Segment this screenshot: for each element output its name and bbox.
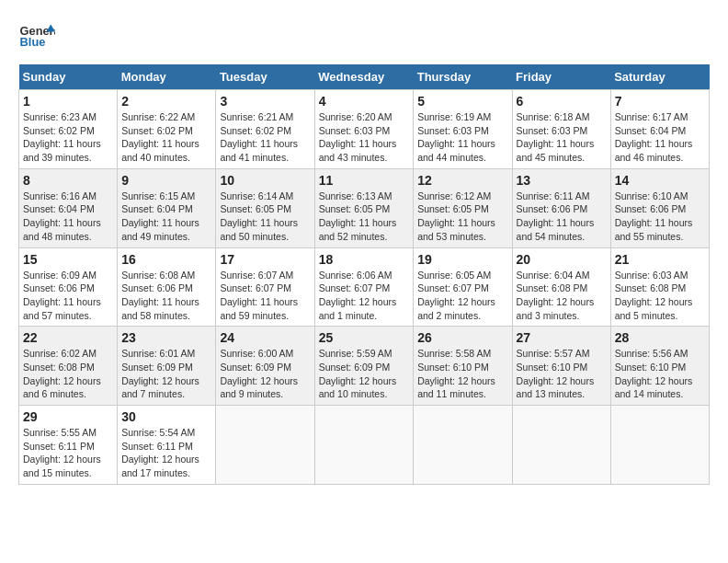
sunset-label: Sunset:	[121, 282, 154, 293]
sunrise-label: Sunrise:	[517, 348, 552, 359]
calendar-cell: 10 Sunrise: 6:14 AM Sunset: 6:05 PM Dayl…	[216, 168, 314, 247]
day-info: Sunrise: 6:21 AM Sunset: 6:02 PM Dayligh…	[220, 110, 310, 165]
sunset-label: Sunset:	[417, 282, 450, 293]
calendar-cell	[512, 406, 610, 485]
sunset-label: Sunset:	[417, 203, 450, 214]
page-header: General Blue	[18, 18, 710, 55]
sunset-label: Sunset:	[319, 282, 352, 293]
calendar-cell: 18 Sunrise: 6:06 AM Sunset: 6:07 PM Dayl…	[314, 247, 414, 327]
calendar-cell: 19 Sunrise: 6:05 AM Sunset: 6:07 PM Dayl…	[414, 247, 512, 327]
calendar-cell: 11 Sunrise: 6:13 AM Sunset: 6:05 PM Dayl…	[314, 168, 414, 247]
column-header-saturday: Saturday	[610, 64, 709, 90]
day-number: 25	[319, 330, 410, 345]
day-info: Sunrise: 6:11 AM Sunset: 6:06 PM Dayligh…	[517, 190, 607, 244]
calendar-cell	[414, 406, 512, 485]
sunset-label: Sunset:	[220, 203, 253, 214]
sunrise-label: Sunrise:	[615, 270, 651, 281]
day-number: 9	[121, 173, 211, 188]
sunset-label: Sunset:	[615, 125, 648, 136]
sunset-label: Sunset:	[417, 362, 450, 373]
calendar-cell: 9 Sunrise: 6:15 AM Sunset: 6:04 PM Dayli…	[118, 168, 216, 247]
sunrise-label: Sunrise:	[517, 111, 552, 122]
calendar-cell: 26 Sunrise: 5:58 AM Sunset: 6:10 PM Dayl…	[414, 327, 512, 406]
calendar-cell: 28 Sunrise: 5:56 AM Sunset: 6:10 PM Dayl…	[610, 327, 709, 406]
day-number: 14	[615, 173, 705, 188]
sunrise-label: Sunrise:	[121, 190, 157, 201]
day-number: 24	[220, 330, 310, 345]
sunrise-label: Sunrise:	[23, 190, 59, 201]
calendar-cell: 3 Sunrise: 6:21 AM Sunset: 6:02 PM Dayli…	[216, 90, 314, 169]
calendar-cell: 1 Sunrise: 6:23 AM Sunset: 6:02 PM Dayli…	[19, 90, 118, 169]
day-info: Sunrise: 6:03 AM Sunset: 6:08 PM Dayligh…	[615, 269, 705, 323]
sunrise-label: Sunrise:	[319, 111, 355, 122]
sunset-label: Sunset:	[517, 203, 550, 214]
day-number: 12	[417, 173, 507, 188]
day-number: 5	[417, 94, 507, 109]
day-number: 28	[615, 330, 705, 345]
sunset-label: Sunset:	[121, 203, 154, 214]
day-info: Sunrise: 5:57 AM Sunset: 6:10 PM Dayligh…	[517, 347, 607, 401]
day-info: Sunrise: 6:17 AM Sunset: 6:04 PM Dayligh…	[615, 110, 705, 165]
sunset-label: Sunset:	[23, 203, 56, 214]
day-number: 18	[319, 252, 410, 267]
day-number: 23	[121, 330, 211, 345]
column-header-wednesday: Wednesday	[314, 64, 414, 90]
sunset-label: Sunset:	[121, 125, 154, 136]
sunrise-label: Sunrise:	[121, 270, 157, 281]
calendar-cell	[610, 406, 709, 485]
sunset-label: Sunset:	[517, 362, 550, 373]
day-info: Sunrise: 6:10 AM Sunset: 6:06 PM Dayligh…	[615, 190, 705, 244]
day-info: Sunrise: 6:12 AM Sunset: 6:05 PM Dayligh…	[417, 190, 507, 244]
day-number: 13	[517, 173, 607, 188]
calendar-cell: 13 Sunrise: 6:11 AM Sunset: 6:06 PM Dayl…	[512, 168, 610, 247]
day-info: Sunrise: 6:09 AM Sunset: 6:06 PM Dayligh…	[23, 269, 113, 323]
day-info: Sunrise: 6:01 AM Sunset: 6:09 PM Dayligh…	[121, 347, 211, 401]
day-info: Sunrise: 6:15 AM Sunset: 6:04 PM Dayligh…	[121, 190, 211, 244]
day-number: 27	[517, 330, 607, 345]
sunrise-label: Sunrise:	[319, 348, 355, 359]
sunrise-label: Sunrise:	[417, 270, 453, 281]
column-header-thursday: Thursday	[414, 64, 512, 90]
calendar-cell: 29 Sunrise: 5:55 AM Sunset: 6:11 PM Dayl…	[19, 406, 118, 485]
column-header-tuesday: Tuesday	[216, 64, 314, 90]
day-info: Sunrise: 5:56 AM Sunset: 6:10 PM Dayligh…	[615, 347, 705, 401]
day-info: Sunrise: 6:08 AM Sunset: 6:06 PM Dayligh…	[121, 269, 211, 323]
sunset-label: Sunset:	[121, 362, 154, 373]
day-info: Sunrise: 6:16 AM Sunset: 6:04 PM Dayligh…	[23, 190, 113, 244]
sunrise-label: Sunrise:	[417, 348, 453, 359]
sunrise-label: Sunrise:	[220, 190, 256, 201]
day-info: Sunrise: 6:04 AM Sunset: 6:08 PM Dayligh…	[517, 269, 607, 323]
day-number: 15	[23, 252, 113, 267]
calendar-cell: 8 Sunrise: 6:16 AM Sunset: 6:04 PM Dayli…	[19, 168, 118, 247]
sunset-label: Sunset:	[220, 362, 253, 373]
sunrise-label: Sunrise:	[319, 190, 355, 201]
sunrise-label: Sunrise:	[23, 270, 59, 281]
sunset-label: Sunset:	[417, 125, 450, 136]
sunrise-label: Sunrise:	[615, 348, 651, 359]
day-number: 8	[23, 173, 113, 188]
calendar-cell: 24 Sunrise: 6:00 AM Sunset: 6:09 PM Dayl…	[216, 327, 314, 406]
calendar-cell	[314, 406, 414, 485]
day-number: 30	[121, 409, 211, 424]
calendar-cell	[216, 406, 314, 485]
sunrise-label: Sunrise:	[121, 348, 157, 359]
day-number: 2	[121, 94, 211, 109]
calendar-cell: 20 Sunrise: 6:04 AM Sunset: 6:08 PM Dayl…	[512, 247, 610, 327]
calendar-cell: 6 Sunrise: 6:18 AM Sunset: 6:03 PM Dayli…	[512, 90, 610, 169]
calendar-cell: 21 Sunrise: 6:03 AM Sunset: 6:08 PM Dayl…	[610, 247, 709, 327]
day-number: 17	[220, 252, 310, 267]
day-info: Sunrise: 6:18 AM Sunset: 6:03 PM Dayligh…	[517, 110, 607, 165]
day-info: Sunrise: 6:02 AM Sunset: 6:08 PM Dayligh…	[23, 347, 113, 401]
calendar-table: SundayMondayTuesdayWednesdayThursdayFrid…	[18, 64, 710, 485]
sunrise-label: Sunrise:	[220, 111, 256, 122]
day-info: Sunrise: 6:13 AM Sunset: 6:05 PM Dayligh…	[319, 190, 410, 244]
column-header-sunday: Sunday	[19, 64, 118, 90]
sunrise-label: Sunrise:	[517, 270, 552, 281]
sunrise-label: Sunrise:	[23, 348, 59, 359]
sunrise-label: Sunrise:	[23, 111, 59, 122]
sunset-label: Sunset:	[319, 362, 352, 373]
logo-icon: General Blue	[18, 18, 55, 55]
sunrise-label: Sunrise:	[417, 111, 453, 122]
day-number: 3	[220, 94, 310, 109]
sunset-label: Sunset:	[319, 125, 352, 136]
